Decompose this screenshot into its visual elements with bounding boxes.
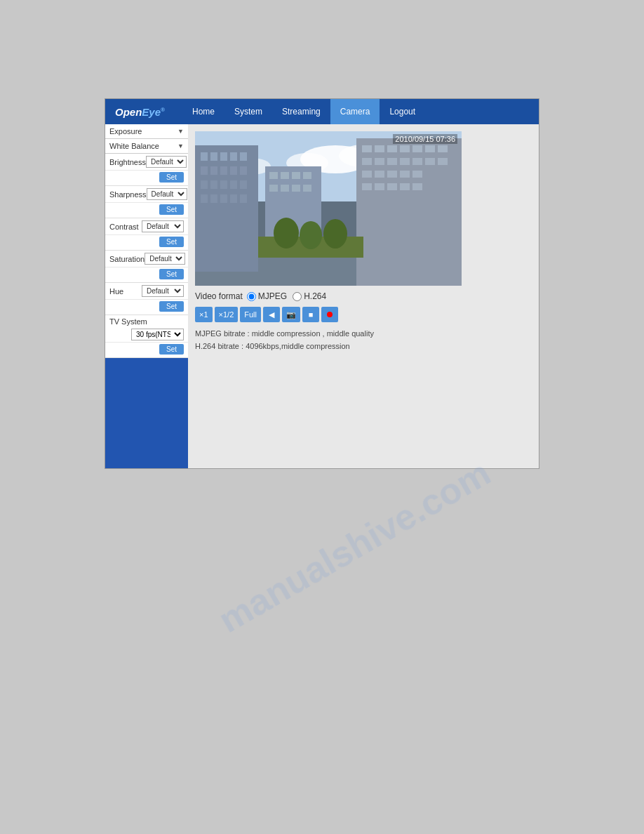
white-balance-arrow-icon: ▼ (177, 143, 184, 150)
app-logo: OpenEye® (115, 106, 165, 118)
svg-rect-43 (425, 145, 435, 152)
svg-rect-13 (201, 166, 208, 175)
white-balance-label: White Balance (109, 142, 159, 150)
svg-rect-11 (230, 152, 237, 161)
navbar: OpenEye® Home System Streaming Camera Lo… (105, 99, 539, 124)
saturation-row: Saturation Default +1 -1 (105, 251, 188, 267)
svg-rect-45 (362, 158, 372, 165)
hue-set-row: Set (105, 300, 188, 315)
svg-rect-40 (387, 145, 397, 152)
brightness-set-button[interactable]: Set (159, 172, 184, 183)
tv-system-row: 30 fps(NTSC) 25 fps(PAL) (105, 327, 188, 343)
nav-camera[interactable]: Camera (330, 99, 380, 124)
sharpness-row: Sharpness Default +1 -1 (105, 186, 188, 203)
svg-rect-39 (375, 145, 384, 152)
sharpness-set-button[interactable]: Set (159, 204, 184, 215)
main-content: Exposure ▼ White Balance ▼ Brightness De… (105, 124, 539, 468)
contrast-set-button[interactable]: Set (159, 237, 184, 247)
fullscreen-button[interactable]: Full (240, 307, 261, 322)
contrast-label: Contrast (109, 223, 142, 231)
svg-rect-35 (292, 185, 300, 192)
sharpness-set-row: Set (105, 203, 188, 218)
svg-rect-55 (400, 171, 410, 178)
tv-system-select[interactable]: 30 fps(NTSC) 25 fps(PAL) (131, 329, 184, 340)
svg-rect-61 (412, 183, 422, 190)
svg-rect-31 (292, 172, 300, 179)
record-button[interactable] (321, 307, 338, 322)
svg-rect-30 (281, 172, 289, 179)
video-container: 2010/09/15 07:36 (195, 131, 462, 286)
svg-rect-14 (210, 166, 217, 175)
nav-streaming[interactable]: Streaming (272, 99, 330, 124)
svg-rect-48 (400, 158, 410, 165)
svg-rect-27 (240, 194, 247, 203)
svg-rect-10 (220, 152, 227, 161)
svg-rect-52 (362, 171, 372, 178)
h264-label: H.264 (304, 291, 326, 301)
video-format-label: Video format (195, 291, 243, 301)
brightness-set-row: Set (105, 171, 188, 186)
svg-rect-60 (400, 183, 410, 190)
svg-rect-12 (240, 152, 247, 161)
h264-radio[interactable] (293, 292, 302, 301)
nav-items: Home System Streaming Camera Logout (182, 99, 539, 124)
video-format-radio-group: MJPEG H.264 (247, 291, 326, 301)
svg-rect-59 (387, 183, 397, 190)
hue-select[interactable]: Default +1 -1 (142, 285, 184, 297)
svg-point-64 (300, 221, 322, 249)
svg-rect-41 (400, 145, 410, 152)
tv-system-label: TV System (105, 315, 188, 327)
exposure-label: Exposure (109, 127, 142, 135)
brightness-row: Brightness Default +1 -1 (105, 154, 188, 171)
rewind-button[interactable]: ◀ (263, 307, 280, 322)
svg-rect-8 (201, 152, 208, 161)
tv-system-set-button[interactable]: Set (159, 344, 184, 355)
white-balance-dropdown[interactable]: White Balance ▼ (105, 139, 188, 154)
rewind-icon: ◀ (269, 310, 274, 319)
nav-logout[interactable]: Logout (380, 99, 425, 124)
saturation-set-button[interactable]: Set (159, 269, 184, 279)
stop-button[interactable]: ■ (302, 307, 319, 322)
svg-rect-21 (230, 180, 237, 189)
svg-rect-56 (412, 171, 422, 178)
svg-rect-9 (210, 152, 217, 161)
snapshot-button[interactable]: 📷 (282, 307, 300, 322)
svg-rect-54 (387, 171, 397, 178)
h264-radio-option[interactable]: H.264 (293, 291, 326, 301)
hue-label: Hue (109, 287, 142, 296)
svg-rect-57 (362, 183, 372, 190)
exposure-dropdown[interactable]: Exposure ▼ (105, 124, 188, 139)
saturation-select[interactable]: Default +1 -1 (145, 253, 185, 265)
zoom-x1-button[interactable]: ×1 (195, 307, 213, 322)
nav-home[interactable]: Home (182, 99, 224, 124)
svg-rect-33 (269, 185, 278, 192)
mjpeg-radio[interactable] (247, 292, 256, 301)
sharpness-label: Sharpness (109, 190, 147, 199)
record-dot-icon (327, 312, 333, 317)
svg-rect-20 (220, 180, 227, 189)
svg-rect-17 (240, 166, 247, 175)
svg-rect-29 (269, 172, 278, 179)
svg-point-65 (323, 219, 347, 249)
svg-rect-22 (240, 180, 247, 189)
hue-row: Hue Default +1 -1 (105, 283, 188, 300)
exposure-arrow-icon: ▼ (177, 128, 184, 135)
info-text: MJPEG bitrate : middle compression , mid… (195, 328, 532, 352)
nav-system[interactable]: System (224, 99, 272, 124)
saturation-set-row: Set (105, 267, 188, 283)
controls-row: ×1 ×1/2 Full ◀ 📷 ■ (195, 307, 532, 322)
brightness-select[interactable]: Default +1 -1 (146, 156, 187, 168)
contrast-select[interactable]: Default +1 -1 (142, 220, 184, 232)
svg-rect-15 (220, 166, 227, 175)
zoom-x1-2-button[interactable]: ×1/2 (215, 307, 239, 322)
svg-rect-19 (210, 180, 217, 189)
svg-rect-47 (387, 158, 397, 165)
hue-set-button[interactable]: Set (159, 301, 184, 312)
svg-rect-24 (210, 194, 217, 203)
sharpness-select[interactable]: Default +1 -1 (147, 188, 187, 200)
svg-rect-44 (438, 145, 448, 152)
svg-rect-34 (281, 185, 289, 192)
svg-rect-53 (375, 171, 384, 178)
mjpeg-radio-option[interactable]: MJPEG (247, 291, 287, 301)
stop-icon: ■ (309, 310, 314, 319)
